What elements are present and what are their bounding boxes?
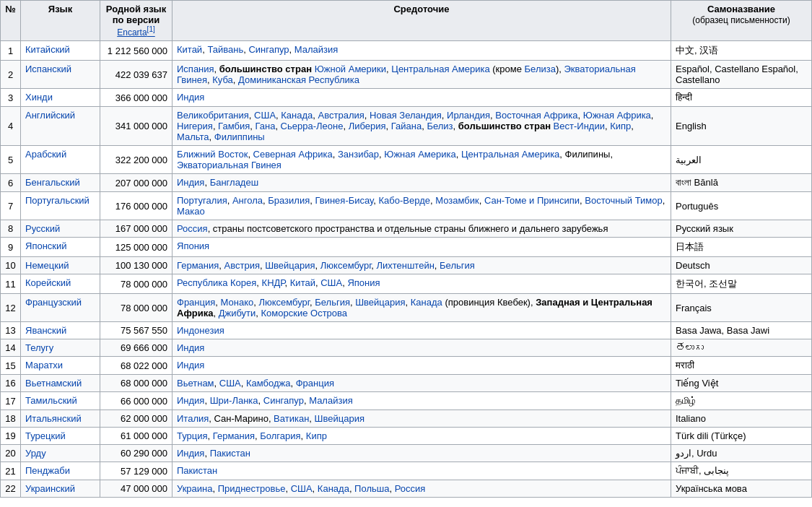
row-num: 19 xyxy=(1,428,21,445)
row-native: 75 567 550 xyxy=(100,322,173,339)
focus-cell: Италия, Сан-Марино, Ватикан, Швейцария xyxy=(173,410,671,428)
focus-cell: Индия xyxy=(173,357,671,375)
row-selfname: Italiano xyxy=(671,410,812,428)
row-selfname: اردو, Urdu xyxy=(671,445,812,462)
row-lang: Хинди xyxy=(21,89,100,107)
table-row: 21Пенджаби57 129 000Пакистанਪੰਜਾਬੀ, پنجا… xyxy=(1,462,812,480)
focus-cell: Пакистан xyxy=(173,462,671,480)
focus-cell: Ближний Восток, Северная Африка, Занзиба… xyxy=(173,146,671,174)
row-native: 68 022 000 xyxy=(100,357,173,375)
row-selfname: 한국어, 조선말 xyxy=(671,274,812,294)
table-row: 7Португальский176 000 000Португалия, Анг… xyxy=(1,192,812,220)
row-native: 69 666 000 xyxy=(100,339,173,357)
row-native: 100 130 000 xyxy=(100,257,173,274)
row-selfname: Basa Jawa, Basa Jawi xyxy=(671,322,812,339)
header-native: Родной язык по версии Encarta[1] xyxy=(100,1,173,41)
row-selfname: Français xyxy=(671,294,812,322)
row-num: 2 xyxy=(1,61,21,89)
table-row: 2Испанский422 039 637Испания, большинств… xyxy=(1,61,812,89)
row-num: 13 xyxy=(1,322,21,339)
row-lang: Японский xyxy=(21,238,100,257)
table-row: 19Турецкий61 000 000Турция, Германия, Бо… xyxy=(1,428,812,445)
row-native: 60 290 000 xyxy=(100,445,173,462)
row-lang: Французский xyxy=(21,294,100,322)
row-native: 176 000 000 xyxy=(100,192,173,220)
row-num: 3 xyxy=(1,89,21,107)
row-lang: Английский xyxy=(21,107,100,146)
encarta-link[interactable]: Encarta[1] xyxy=(117,27,154,38)
row-native: 57 129 000 xyxy=(100,462,173,480)
row-native: 66 000 000 xyxy=(100,392,173,410)
focus-cell: Индия, Пакистан xyxy=(173,445,671,462)
row-num: 20 xyxy=(1,445,21,462)
row-num: 4 xyxy=(1,107,21,146)
row-lang: Маратхи xyxy=(21,357,100,375)
header-native-label: Родной язык по версии xyxy=(106,4,166,25)
row-lang: Арабский xyxy=(21,146,100,174)
focus-cell: Испания, большинство стран Южной Америки… xyxy=(173,61,671,89)
focus-cell: Индонезия xyxy=(173,322,671,339)
row-lang: Корейский xyxy=(21,274,100,294)
row-num: 7 xyxy=(1,192,21,220)
row-selfname: ਪੰਜਾਬੀ, پنجابی xyxy=(671,462,812,480)
header-num: № xyxy=(1,1,21,41)
table-row: 3Хинди366 000 000Индияहिन्दी xyxy=(1,89,812,107)
row-selfname: Português xyxy=(671,192,812,220)
header-lang: Язык xyxy=(21,1,100,41)
focus-cell: Китай, Тайвань, Сингапур, Малайзия xyxy=(173,41,671,61)
table-row: 10Немецкий100 130 000Германия, Австрия, … xyxy=(1,257,812,274)
focus-cell: Япония xyxy=(173,238,671,257)
table-row: 12Французский78 000 000Франция, Монако, … xyxy=(1,294,812,322)
row-selfname: मराठी xyxy=(671,357,812,375)
row-selfname: 中文, 汉语 xyxy=(671,41,812,61)
row-selfname: Deutsch xyxy=(671,257,812,274)
row-selfname: العربية xyxy=(671,146,812,174)
row-lang: Телугу xyxy=(21,339,100,357)
row-lang: Тамильский xyxy=(21,392,100,410)
row-selfname: తెలుగు xyxy=(671,339,812,357)
table-row: 20Урду60 290 000Индия, Пакистанاردو, Urd… xyxy=(1,445,812,462)
row-selfname: தமிழ் xyxy=(671,392,812,410)
table-row: 5Арабский322 200 000Ближний Восток, Севе… xyxy=(1,146,812,174)
table-row: 4Английский341 000 000Великобритания, СШ… xyxy=(1,107,812,146)
table-row: 18Итальянский62 000 000Италия, Сан-Марин… xyxy=(1,410,812,428)
row-selfname: हिन्दी xyxy=(671,89,812,107)
row-num: 6 xyxy=(1,174,21,192)
header-self: Самоназвание (образец письменности) xyxy=(671,1,812,41)
row-native: 68 000 000 xyxy=(100,375,173,392)
focus-cell: Республика Корея, КНДР, Китай, США, Япон… xyxy=(173,274,671,294)
row-native: 341 000 000 xyxy=(100,107,173,146)
row-native: 62 000 000 xyxy=(100,410,173,428)
row-lang: Китайский xyxy=(21,41,100,61)
row-native: 207 000 000 xyxy=(100,174,173,192)
row-native: 366 000 000 xyxy=(100,89,173,107)
table-row: 16Вьетнамский68 000 000Вьетнам, США, Кам… xyxy=(1,375,812,392)
row-native: 167 000 000 xyxy=(100,220,173,238)
table-row: 1Китайский1 212 560 000Китай, Тайвань, С… xyxy=(1,41,812,61)
languages-table: № Язык Родной язык по версии Encarta[1] … xyxy=(0,0,812,498)
focus-cell: Индия, Бангладеш xyxy=(173,174,671,192)
header-focus: Средоточие xyxy=(173,1,671,41)
row-num: 5 xyxy=(1,146,21,174)
row-selfname: Tiếng Việt xyxy=(671,375,812,392)
table-row: 11Корейский78 000 000Республика Корея, К… xyxy=(1,274,812,294)
row-lang: Испанский xyxy=(21,61,100,89)
row-num: 17 xyxy=(1,392,21,410)
table-row: 13Яванский75 567 550ИндонезияBasa Jawa, … xyxy=(1,322,812,339)
table-row: 17Тамильский66 000 000Индия, Шри-Ланка, … xyxy=(1,392,812,410)
row-lang: Украинский xyxy=(21,480,100,498)
row-lang: Пенджаби xyxy=(21,462,100,480)
row-lang: Немецкий xyxy=(21,257,100,274)
row-lang: Турецкий xyxy=(21,428,100,445)
row-lang: Русский xyxy=(21,220,100,238)
row-num: 16 xyxy=(1,375,21,392)
row-native: 422 039 637 xyxy=(100,61,173,89)
table-row: 14Телугу69 666 000Индияతెలుగు xyxy=(1,339,812,357)
row-selfname: Español, Castellano Español, Castellano xyxy=(671,61,812,89)
row-native: 61 000 000 xyxy=(100,428,173,445)
row-num: 18 xyxy=(1,410,21,428)
row-num: 8 xyxy=(1,220,21,238)
row-selfname: 日本語 xyxy=(671,238,812,257)
row-num: 11 xyxy=(1,274,21,294)
row-lang: Бенгальский xyxy=(21,174,100,192)
